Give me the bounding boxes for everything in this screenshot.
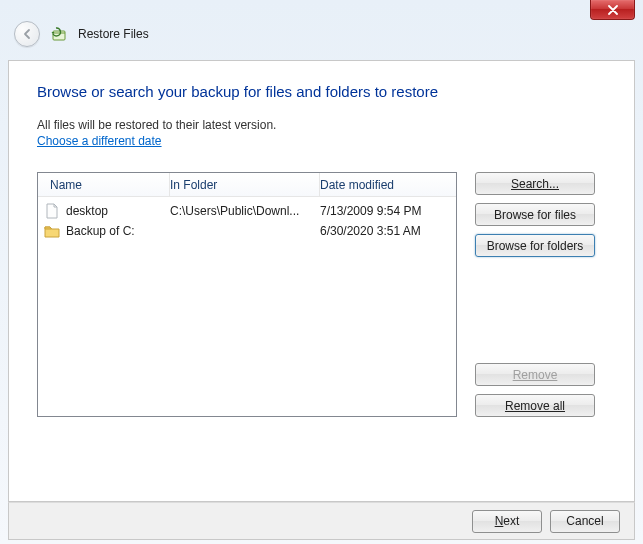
restore-files-icon bbox=[50, 25, 68, 43]
choose-different-date-link[interactable]: Choose a different date bbox=[37, 134, 162, 148]
info-text: All files will be restored to their late… bbox=[37, 118, 606, 132]
search-button[interactable]: Search... bbox=[475, 172, 595, 195]
cancel-button[interactable]: Cancel bbox=[550, 510, 620, 533]
remove-all-button[interactable]: Remove all bbox=[475, 394, 595, 417]
file-list[interactable]: Name In Folder Date modified desktop C:\… bbox=[37, 172, 457, 417]
next-button[interactable]: Next bbox=[472, 510, 542, 533]
browse-files-button[interactable]: Browse for files bbox=[475, 203, 595, 226]
close-button[interactable] bbox=[590, 0, 635, 20]
file-icon bbox=[38, 203, 66, 219]
file-name: desktop bbox=[66, 204, 170, 218]
wizard-title: Restore Files bbox=[78, 27, 149, 41]
back-button[interactable] bbox=[14, 21, 40, 47]
file-folder: C:\Users\Public\Downl... bbox=[170, 204, 320, 218]
folder-icon bbox=[38, 224, 66, 238]
back-arrow-icon bbox=[20, 27, 34, 41]
file-modified: 6/30/2020 3:51 AM bbox=[320, 224, 456, 238]
footer-bar: Next Cancel bbox=[8, 502, 635, 540]
column-header-name[interactable]: Name bbox=[38, 173, 170, 196]
file-row[interactable]: Backup of C: 6/30/2020 3:51 AM bbox=[38, 221, 456, 241]
browse-folders-button[interactable]: Browse for folders bbox=[475, 234, 595, 257]
column-header-modified[interactable]: Date modified bbox=[320, 173, 456, 196]
column-header-folder[interactable]: In Folder bbox=[170, 173, 320, 196]
file-row[interactable]: desktop C:\Users\Public\Downl... 7/13/20… bbox=[38, 201, 456, 221]
page-heading: Browse or search your backup for files a… bbox=[37, 83, 606, 100]
file-list-header: Name In Folder Date modified bbox=[38, 173, 456, 197]
close-icon bbox=[607, 5, 619, 15]
wizard-header: Restore Files bbox=[0, 0, 643, 60]
file-name: Backup of C: bbox=[66, 224, 170, 238]
side-button-panel: Search... Browse for files Browse for fo… bbox=[475, 172, 595, 417]
file-modified: 7/13/2009 9:54 PM bbox=[320, 204, 456, 218]
remove-button: Remove bbox=[475, 363, 595, 386]
content-panel: Browse or search your backup for files a… bbox=[8, 60, 635, 502]
